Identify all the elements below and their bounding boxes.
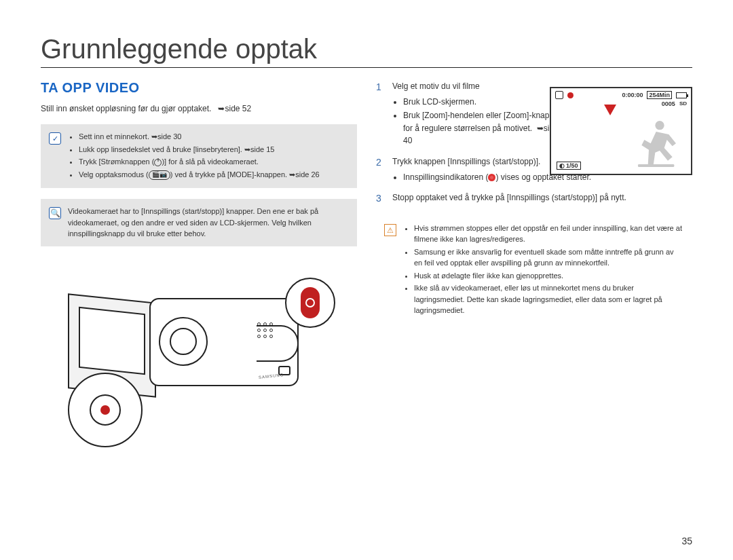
step-number: 2 <box>376 155 386 185</box>
record-button-icon <box>100 405 110 415</box>
check-icon: ✓ <box>49 132 61 145</box>
step-3: 3 Stopp opptaket ved å trykke på [Innspi… <box>376 191 692 206</box>
tip-box: ✓ Sett inn et minnekort. ➥side 30 Lukk o… <box>41 124 357 188</box>
camera-body-illustration: SAMSUNG <box>149 298 299 386</box>
shutter-speed: ◐ 1/50 <box>557 162 581 170</box>
mode-icon-group: 🎬📷 <box>149 170 170 180</box>
record-button-icon <box>301 287 320 318</box>
warning-item: Samsung er ikke ansvarlig for eventuell … <box>414 246 683 269</box>
skater-silhouette-icon <box>633 115 687 170</box>
tip-ref: side 26 <box>295 170 319 179</box>
warning-item: Ikke slå av videokameraet, eller løs ut … <box>414 282 683 316</box>
step-text: Trykk knappen [Innspillings (start/stopp… <box>392 157 540 166</box>
tip-list: Sett inn et minnekort. ➥side 30 Lukk opp… <box>68 131 320 181</box>
arrow-icon: ➥ <box>244 145 250 153</box>
tip-item: Velg opptaksmodus (🎬📷) ved å trykke på [… <box>79 169 320 181</box>
camcorder-illustration: SAMSUNG <box>41 257 312 427</box>
speaker-holes-illustration <box>257 322 273 338</box>
arrow-icon: ➥ <box>537 124 544 133</box>
step-text: Velg et motiv du vil filme <box>392 81 480 91</box>
tip-item: Sett inn et minnekort. ➥side 30 <box>79 131 320 143</box>
video-mode-icon: 🎬 <box>152 170 159 180</box>
rear-record-button-callout <box>285 278 335 328</box>
battery-icon <box>676 92 687 98</box>
aperture-icon: ◐ <box>559 162 565 169</box>
step-number: 1 <box>376 80 386 149</box>
camera-lens-illustration <box>159 317 208 366</box>
lcd-screen-mock: 0:00:00 254Min 0005 SD ◐ 1/50 <box>550 87 692 175</box>
remaining-time: 254Min <box>647 91 672 99</box>
page-title: Grunnleggende opptak <box>41 34 692 68</box>
arrow-icon: ➥ <box>218 102 225 115</box>
magnifier-icon: 🔍 <box>49 207 61 219</box>
intro-text: Still inn ønsket oppløsning før du gjør … <box>41 102 357 115</box>
left-column: TA OPP VIDEO Still inn ønsket oppløsning… <box>41 80 357 427</box>
warning-item: Husk at ødelagte filer ikke kan gjenoppr… <box>414 270 683 282</box>
intro-body: Still inn ønsket oppløsning før du gjør … <box>41 104 211 113</box>
section-heading: TA OPP VIDEO <box>41 80 357 96</box>
sd-card-label: SD <box>679 100 687 107</box>
brand-label: SAMSUNG <box>258 373 284 379</box>
side-record-button-callout <box>68 373 143 447</box>
warning-icon: ⚠ <box>384 224 396 236</box>
record-indicator-icon <box>488 174 495 181</box>
tip-item: Lukk opp linsedekslet ved å bruke [linse… <box>79 144 320 155</box>
photo-mode-icon: 📷 <box>159 170 167 180</box>
intro-ref: side 52 <box>225 102 251 115</box>
tip-item: Trykk [Strømknappen ()] for å slå på vid… <box>79 156 320 168</box>
arrow-icon: ➥ <box>151 132 157 141</box>
power-icon <box>154 159 162 166</box>
shutter-value: 1/50 <box>566 162 578 169</box>
cursor-icon <box>604 105 616 115</box>
step-number: 3 <box>376 191 386 206</box>
warning-item: Hvis strømmen stoppes eller det oppstår … <box>414 223 683 245</box>
tip-text: Lukk opp linsedekslet ved å bruke [linse… <box>79 145 242 153</box>
step-bullet: Bruk [Zoom]-hendelen eller [Zoom]-knappe… <box>403 109 569 147</box>
warning-box: ⚠ Hvis strømmen stoppes eller det oppstå… <box>376 216 692 324</box>
step-text: Stopp opptaket ved å trykke på [Innspill… <box>392 191 626 206</box>
arrow-icon: ➥ <box>289 170 295 179</box>
record-indicator-icon <box>567 92 574 98</box>
step-bullet: Bruk LCD-skjermen. <box>403 96 569 109</box>
svg-rect-0 <box>638 164 674 167</box>
warning-list: Hvis strømmen stoppes eller det oppstår … <box>403 223 683 318</box>
storage-icon <box>555 91 563 99</box>
note-text: Videokameraet har to [Innspillings (star… <box>68 206 347 240</box>
clip-counter: 0005 <box>662 100 675 107</box>
page-number: 35 <box>681 536 692 546</box>
tip-text: Sett inn et minnekort. <box>79 132 149 141</box>
tip-ref: side 15 <box>250 145 274 153</box>
tip-ref: side 30 <box>157 132 181 141</box>
elapsed-time: 0:00:00 <box>622 92 643 98</box>
note-box: 🔍 Videokameraet har to [Innspillings (st… <box>41 199 357 246</box>
